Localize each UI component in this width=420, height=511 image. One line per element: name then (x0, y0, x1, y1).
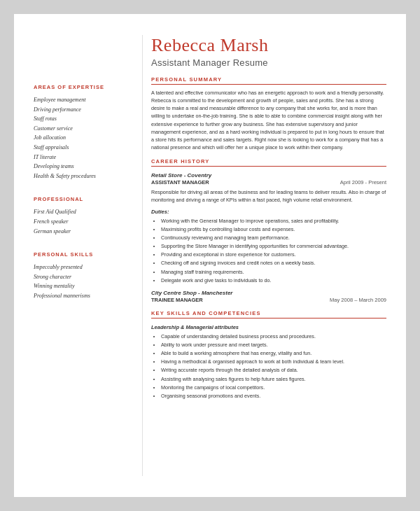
career-description: Responsible for driving all areas of the… (151, 188, 386, 204)
key-skill-item: Organising seasonal promotions and event… (161, 392, 386, 400)
key-skills-subsection-title: Leadership & Managerial attributes (151, 324, 386, 330)
sidebar-item: Staff appraisals (34, 143, 131, 153)
duty-item: Continuously reviewing and managing team… (161, 234, 386, 241)
key-skill-item: Ability to work under pressure and meet … (161, 341, 386, 349)
duties-list: Working with the General Manager to impr… (161, 217, 386, 284)
key-skill-item: Able to build a working atmosphere that … (161, 349, 386, 357)
career-entry: Retail Store - CoventryASSISTANT MANAGER… (151, 172, 386, 284)
sidebar-item: First Aid Qualified (34, 207, 131, 217)
sidebar-section-title: PROFESSIONAL (34, 196, 131, 202)
sidebar-section: PERSONAL SKILLSImpeccably presentedStron… (34, 251, 131, 300)
sidebar-item: Health & Safety procedures (34, 172, 131, 181)
key-skill-item: Assisting with analysing sales figures t… (161, 375, 386, 383)
sidebar-item: Job allocation (34, 133, 131, 143)
personal-summary-title: PERSONAL SUMMARY (151, 76, 386, 85)
key-skills-list: Capable of understanding detailed busine… (161, 332, 386, 400)
duty-item: Working with the General Manager to impr… (161, 217, 386, 225)
sidebar-item: Strong character (34, 272, 131, 282)
sidebar-item: Driving performance (34, 105, 131, 115)
career-history-title: CAREER HISTORY (151, 158, 386, 167)
key-skill-item: Capable of understanding detailed busine… (161, 332, 386, 340)
career-company: City Centre Shop - Manchester (151, 290, 386, 296)
career-role: TRAINEE MANAGER (151, 297, 203, 303)
sidebar-section: PROFESSIONALFirst Aid QualifiedFrench sp… (34, 196, 131, 236)
sidebar-section-title: PERSONAL SKILLS (34, 251, 131, 258)
duty-item: Maximising profits by controlling labour… (161, 225, 386, 233)
career-role-row: ASSISTANT MANAGERApril 2009 - Present (151, 179, 386, 186)
personal-summary-text: A talented and effective communicator wh… (151, 89, 386, 151)
candidate-name: Rebecca Marsh (151, 35, 386, 56)
duty-item: Checking off and signing invoices and cr… (161, 259, 386, 267)
main-content: Rebecca Marsh Assistant Manager Resume P… (142, 35, 386, 476)
career-company: Retail Store - Coventry (151, 172, 386, 178)
key-skills-title: KEY SKILLS AND COMPETENCIES (151, 310, 386, 318)
career-entry: City Centre Shop - ManchesterTRAINEE MAN… (151, 290, 386, 303)
sidebar-item: German speaker (34, 227, 131, 237)
duty-item: Supporting the Store Manager in identify… (161, 242, 386, 250)
sidebar-item: Employee management (34, 95, 131, 105)
sidebar-item: Customer service (34, 124, 131, 134)
career-dates: April 2009 - Present (340, 179, 386, 186)
sidebar: AREAS OF EXPERTISEEmployee managementDri… (34, 35, 142, 476)
key-skill-item: Writing accurate reports through the det… (161, 366, 386, 374)
sidebar-item: Winning mentality (34, 281, 131, 291)
duty-item: Delegate work and give tasks to individu… (161, 276, 386, 284)
sidebar-section: AREAS OF EXPERTISEEmployee managementDri… (34, 84, 131, 181)
duties-title: Duties: (151, 209, 386, 215)
duty-item: Managing staff training requirements. (161, 268, 386, 276)
sidebar-item: IT literate (34, 153, 131, 162)
career-role-row: TRAINEE MANAGERMay 2008 – March 2009 (151, 297, 386, 303)
job-title: Assistant Manager Resume (151, 57, 386, 68)
sidebar-item: Staff rotas (34, 114, 131, 124)
career-dates: May 2008 – March 2009 (330, 297, 386, 303)
key-skills-subsection: Leadership & Managerial attributesCapabl… (151, 324, 386, 400)
sidebar-item: Developing teams (34, 162, 131, 172)
sidebar-item: Impeccably presented (34, 262, 131, 272)
sidebar-item: French speaker (34, 217, 131, 227)
duty-item: Providing and exceptional in store exper… (161, 251, 386, 258)
resume-page: AREAS OF EXPERTISEEmployee managementDri… (14, 14, 406, 497)
sidebar-section-title: AREAS OF EXPERTISE (34, 84, 131, 90)
key-skill-item: Monitoring the campaigns of local compet… (161, 384, 386, 391)
sidebar-item: Professional mannerisms (34, 291, 131, 301)
career-role: ASSISTANT MANAGER (151, 179, 209, 186)
key-skill-item: Having a methodical & organised approach… (161, 358, 386, 365)
